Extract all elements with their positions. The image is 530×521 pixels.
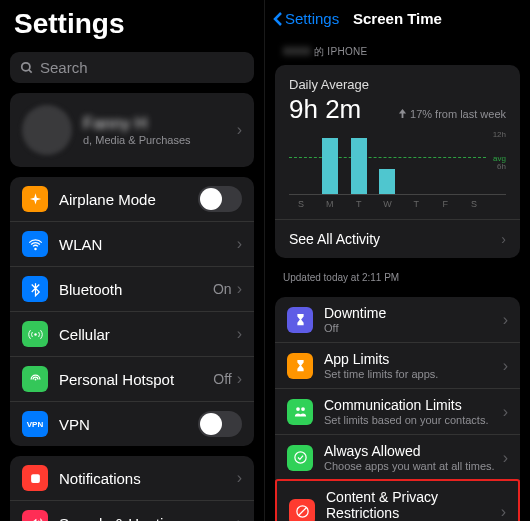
chevron-right-icon: › bbox=[237, 514, 242, 521]
svg-point-2 bbox=[34, 333, 37, 336]
chevron-left-icon bbox=[273, 11, 283, 27]
day-label: S bbox=[466, 199, 482, 209]
search-input[interactable]: Search bbox=[10, 52, 254, 83]
toggle[interactable] bbox=[198, 411, 242, 437]
chevron-right-icon: › bbox=[237, 469, 242, 487]
row-airplane-mode[interactable]: Airplane Mode bbox=[10, 177, 254, 222]
svg-point-3 bbox=[34, 378, 36, 380]
item-label: Personal Hotspot bbox=[59, 371, 213, 388]
back-button[interactable]: Settings bbox=[273, 10, 339, 27]
app-icon bbox=[287, 399, 313, 425]
arrow-up-icon bbox=[398, 109, 407, 118]
svg-line-1 bbox=[29, 69, 32, 72]
item-label: Bluetooth bbox=[59, 281, 213, 298]
row-app-limits[interactable]: App LimitsSet time limits for apps.› bbox=[275, 343, 520, 389]
profile-name: Fanny H bbox=[83, 114, 237, 134]
item-label: Airplane Mode bbox=[59, 191, 198, 208]
chart-bar bbox=[379, 169, 395, 194]
nav-bar: Settings Screen Time bbox=[265, 0, 530, 37]
row-sounds-haptics[interactable]: Sounds & Haptics› bbox=[10, 501, 254, 521]
app-icon bbox=[22, 465, 48, 491]
svg-line-10 bbox=[298, 508, 306, 516]
row-personal-hotspot[interactable]: Personal HotspotOff› bbox=[10, 357, 254, 402]
item-value: Off bbox=[213, 371, 231, 387]
row-vpn[interactable]: VPNVPN bbox=[10, 402, 254, 446]
app-icon bbox=[289, 499, 315, 522]
day-label: T bbox=[351, 199, 367, 209]
daily-avg-value: 9h 2m bbox=[289, 94, 361, 125]
chevron-right-icon: › bbox=[501, 503, 506, 521]
item-label: VPN bbox=[59, 416, 198, 433]
svg-point-0 bbox=[22, 62, 30, 70]
svg-rect-4 bbox=[31, 474, 40, 483]
chart-bar bbox=[351, 138, 367, 194]
item-label: App Limits bbox=[324, 351, 503, 367]
row-downtime[interactable]: DowntimeOff› bbox=[275, 297, 520, 343]
item-label: Sounds & Haptics bbox=[59, 515, 237, 522]
row-content-privacy-restrictions[interactable]: Content & Privacy RestrictionsBlock inap… bbox=[277, 481, 518, 521]
item-label: Content & Privacy Restrictions bbox=[326, 489, 501, 521]
page-title: Settings bbox=[14, 8, 250, 40]
daily-avg-label: Daily Average bbox=[289, 77, 506, 92]
app-icon bbox=[287, 353, 313, 379]
day-label: M bbox=[322, 199, 338, 209]
day-label: S bbox=[293, 199, 309, 209]
svg-point-7 bbox=[301, 407, 305, 411]
app-icon bbox=[22, 510, 48, 521]
usage-card: Daily Average 9h 2m 17% from last week 1… bbox=[275, 65, 520, 258]
row-communication-limits[interactable]: Communication LimitsSet limits based on … bbox=[275, 389, 520, 435]
chevron-right-icon: › bbox=[503, 311, 508, 329]
toggle[interactable] bbox=[198, 186, 242, 212]
app-icon bbox=[22, 321, 48, 347]
item-label: Always Allowed bbox=[324, 443, 503, 459]
chevron-right-icon: › bbox=[237, 325, 242, 343]
search-placeholder: Search bbox=[40, 59, 88, 76]
item-sub: Choose apps you want at all times. bbox=[324, 460, 503, 472]
row-notifications[interactable]: Notifications› bbox=[10, 456, 254, 501]
row-bluetooth[interactable]: BluetoothOn› bbox=[10, 267, 254, 312]
svg-point-8 bbox=[294, 452, 305, 463]
chevron-right-icon: › bbox=[237, 121, 242, 139]
app-icon bbox=[22, 231, 48, 257]
delta-label: 17% from last week bbox=[398, 108, 506, 120]
day-label: W bbox=[379, 199, 395, 209]
row-wlan[interactable]: WLAN› bbox=[10, 222, 254, 267]
row-always-allowed[interactable]: Always AllowedChoose apps you want at al… bbox=[275, 435, 520, 481]
device-label: 的 IPHONE bbox=[314, 46, 368, 57]
usage-chart: 12h 6h avg bbox=[289, 133, 506, 195]
search-icon bbox=[20, 61, 34, 75]
app-icon bbox=[22, 366, 48, 392]
chevron-right-icon: › bbox=[237, 235, 242, 253]
item-sub: Set limits based on your contacts. bbox=[324, 414, 503, 426]
item-label: Downtime bbox=[324, 305, 503, 321]
profile-row[interactable]: Fanny H d, Media & Purchases › bbox=[10, 93, 254, 167]
app-icon bbox=[22, 186, 48, 212]
row-cellular[interactable]: Cellular› bbox=[10, 312, 254, 357]
see-all-activity[interactable]: See All Activity› bbox=[275, 219, 520, 258]
item-sub: Off bbox=[324, 322, 503, 334]
chevron-right-icon: › bbox=[503, 449, 508, 467]
item-label: WLAN bbox=[59, 236, 232, 253]
app-icon bbox=[287, 307, 313, 333]
app-icon bbox=[22, 276, 48, 302]
item-sub: Set time limits for apps. bbox=[324, 368, 503, 380]
item-label: Communication Limits bbox=[324, 397, 503, 413]
chevron-right-icon: › bbox=[503, 357, 508, 375]
day-label: T bbox=[408, 199, 424, 209]
updated-label: Updated today at 2:11 PM bbox=[265, 268, 530, 291]
day-label: F bbox=[437, 199, 453, 209]
app-icon bbox=[287, 445, 313, 471]
profile-sub: d, Media & Purchases bbox=[83, 134, 237, 146]
app-icon: VPN bbox=[22, 411, 48, 437]
chevron-right-icon: › bbox=[503, 403, 508, 421]
svg-point-6 bbox=[296, 407, 300, 411]
chevron-right-icon: › bbox=[237, 370, 242, 388]
chevron-right-icon: › bbox=[501, 231, 506, 247]
chevron-right-icon: › bbox=[237, 280, 242, 298]
item-label: Cellular bbox=[59, 326, 237, 343]
item-value: On bbox=[213, 281, 232, 297]
screen-title: Screen Time bbox=[353, 10, 442, 27]
item-label: Notifications bbox=[59, 470, 237, 487]
avatar bbox=[22, 105, 72, 155]
chart-bar bbox=[322, 138, 338, 194]
